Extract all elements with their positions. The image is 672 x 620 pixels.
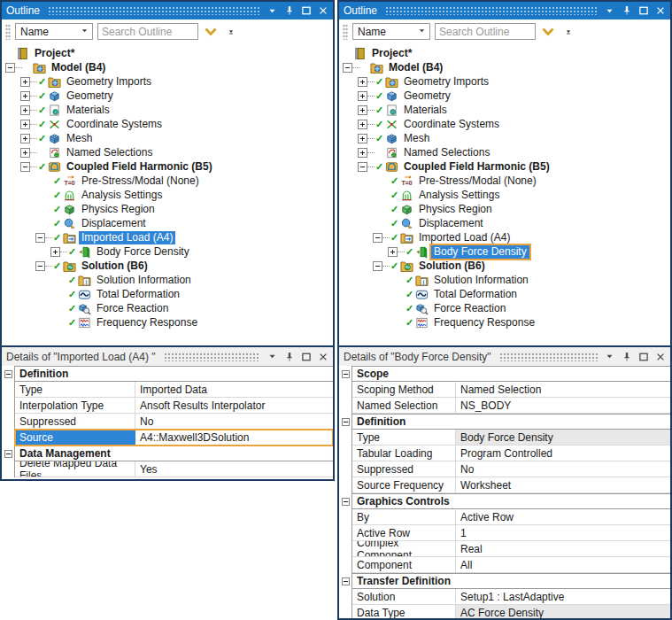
details-property-label[interactable]: Tabular Loading — [352, 446, 456, 461]
details-property-label[interactable]: Data Type — [352, 605, 456, 618]
details-property-label[interactable]: Named Selection — [352, 398, 456, 413]
drag-handle[interactable] — [5, 24, 11, 40]
tree-node-analysis-settings[interactable]: ✓Analysis Settings — [339, 188, 670, 202]
tree-node-coupled-field-harmonic-b5[interactable]: ✓Coupled Field Harmonic (B5) — [339, 159, 670, 174]
tree-node-imported-load-a4[interactable]: ✓Imported Load (A4) — [339, 230, 670, 244]
details-section-label[interactable]: Definition — [15, 367, 73, 381]
pin-icon[interactable] — [283, 5, 295, 17]
collapse-icon[interactable] — [358, 162, 367, 172]
tree-node-mesh[interactable]: ✓Mesh — [339, 131, 670, 145]
close-icon[interactable] — [654, 5, 666, 17]
expand-icon[interactable] — [388, 247, 398, 257]
chevron-down-icon[interactable] — [266, 351, 278, 362]
details-property-value[interactable]: All — [456, 557, 670, 572]
tree-node-displacement[interactable]: ✓Displacement — [339, 216, 670, 230]
details-property-label[interactable]: Active Row — [352, 525, 456, 540]
expand-icon[interactable] — [358, 77, 367, 87]
tree-node-solution-b6[interactable]: ✓Solution (B6) — [2, 259, 333, 273]
details-section-label[interactable]: Definition — [352, 415, 410, 429]
collapse-icon[interactable] — [35, 261, 45, 271]
drag-handle[interactable] — [343, 24, 348, 40]
expand-icon[interactable] — [358, 148, 367, 158]
search-input[interactable] — [435, 23, 536, 40]
details-property-label[interactable]: Source — [15, 430, 135, 445]
details-property-value[interactable]: Active Row — [456, 509, 670, 524]
collapse-icon[interactable] — [5, 63, 15, 73]
search-options-chevron-icon[interactable] — [540, 24, 556, 40]
tree-node-displacement[interactable]: ✓Displacement — [2, 216, 333, 230]
details-property-value[interactable]: 1 — [456, 525, 670, 540]
collapse-icon[interactable] — [4, 450, 12, 458]
tree-node-force-reaction[interactable]: ✓Force Reaction — [2, 301, 333, 315]
details-property-value[interactable]: No — [135, 414, 333, 429]
tree-node-model-b4[interactable]: Model (B4) — [339, 60, 670, 74]
close-icon[interactable] — [317, 351, 328, 362]
tree-node-coordinate-systems[interactable]: ✓Coordinate Systems — [339, 117, 670, 131]
details-property-label[interactable]: Type — [352, 430, 456, 445]
tree-node-mesh[interactable]: ✓Mesh — [2, 131, 333, 145]
details-property-value[interactable]: Program Controlled — [456, 446, 670, 461]
tree-node-named-selections[interactable]: Named Selections — [339, 145, 670, 159]
details-property-value[interactable]: AC Force Density — [456, 605, 670, 618]
expand-icon[interactable] — [358, 120, 367, 129]
details-property-value[interactable]: Imported Data — [135, 382, 333, 397]
tree-node-named-selections[interactable]: Named Selections — [2, 145, 333, 159]
pin-icon[interactable] — [283, 351, 295, 362]
chevron-down-icon[interactable] — [266, 5, 278, 17]
expand-icon[interactable] — [20, 148, 30, 158]
expand-icon[interactable] — [20, 77, 30, 87]
tree-node-geometry-imports[interactable]: ✓Geometry Imports — [339, 74, 670, 89]
tree-node-solution-information[interactable]: ✓iSolution Information — [2, 273, 333, 287]
details-section-label[interactable]: Data Management — [15, 446, 115, 461]
details-property-label[interactable]: Scoping Method — [352, 382, 456, 397]
collapse-icon[interactable] — [342, 370, 350, 378]
collapse-icon[interactable] — [342, 418, 350, 426]
details-property-value[interactable]: Setup1 : LastAdaptive — [456, 589, 670, 604]
tree-node-coordinate-systems[interactable]: ✓Coordinate Systems — [2, 117, 333, 131]
collapse-icon[interactable] — [342, 498, 350, 506]
filter-type-dropdown[interactable]: Name — [352, 23, 430, 40]
tree-node-pre-stress-modal[interactable]: ✓T=0Pre-Stress/Modal (None) — [339, 174, 670, 188]
tree-node-force-reaction[interactable]: ✓Force Reaction — [339, 301, 670, 315]
collapse-icon[interactable] — [343, 63, 352, 73]
chevron-down-icon[interactable] — [604, 5, 615, 17]
maximize-icon[interactable] — [637, 5, 649, 17]
filter-type-dropdown[interactable]: Name — [15, 23, 93, 40]
details-property-label[interactable]: Interpolation Type — [15, 398, 135, 413]
expand-icon[interactable] — [20, 91, 30, 101]
expand-icon[interactable] — [20, 105, 30, 115]
collapse-icon[interactable] — [373, 233, 382, 243]
search-input[interactable] — [97, 23, 198, 40]
tree-node-solution-information[interactable]: ✓iSolution Information — [339, 273, 670, 287]
maximize-icon[interactable] — [300, 5, 312, 17]
tree-node-frequency-response[interactable]: ✓Frequency Response — [2, 315, 333, 329]
details-property-value[interactable]: NS_BODY — [456, 398, 670, 413]
tree-node-solution-b6[interactable]: ✓Solution (B6) — [339, 259, 670, 273]
details-property-label[interactable]: Complex Component — [352, 541, 456, 556]
tree-node-geometry[interactable]: ✓Geometry — [2, 89, 333, 103]
details-section-label[interactable]: Graphics Controls — [352, 494, 454, 508]
tree-node-geometry-imports[interactable]: ✓Geometry Imports — [2, 74, 333, 89]
tree-node-analysis-settings[interactable]: ✓Analysis Settings — [2, 188, 333, 202]
tree-node-total-deformation[interactable]: ✓Total Deformation — [2, 287, 333, 301]
expand-icon[interactable] — [358, 134, 367, 143]
collapse-icon[interactable] — [35, 233, 45, 243]
details-property-value[interactable]: A4::Maxwell3DSolution — [135, 430, 333, 445]
collapse-icon[interactable] — [4, 370, 12, 378]
details-property-value[interactable]: No — [456, 461, 670, 477]
expand-icon[interactable] — [358, 105, 367, 115]
details-property-label[interactable]: Component — [352, 557, 456, 572]
tree-node-pre-stress-modal[interactable]: ✓T=0Pre-Stress/Modal (None) — [2, 174, 333, 188]
details-property-label[interactable]: Delete Mapped Data Files — [15, 461, 135, 477]
expand-icon[interactable] — [50, 247, 60, 257]
collapse-icon[interactable] — [342, 577, 350, 585]
tree-node-geometry[interactable]: ✓Geometry — [339, 89, 670, 103]
details-property-value[interactable]: Worksheet — [456, 477, 670, 492]
details-section-label[interactable]: Transfer Definition — [352, 574, 455, 588]
tree-node-model-b4[interactable]: Model (B4) — [2, 60, 333, 74]
close-icon[interactable] — [654, 351, 666, 362]
pin-icon[interactable] — [621, 5, 632, 17]
details-property-label[interactable]: Suppressed — [15, 414, 135, 429]
details-property-value[interactable]: Yes — [135, 461, 333, 477]
details-property-value[interactable]: Body Force Density — [456, 430, 670, 445]
